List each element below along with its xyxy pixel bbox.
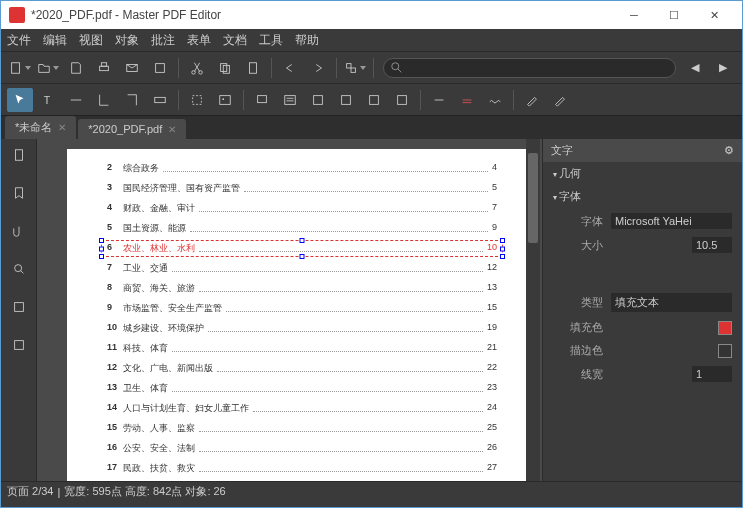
toc-number: 4 [107, 202, 123, 215]
toc-row[interactable]: 10城乡建设、环境保护19 [107, 322, 497, 335]
toc-number: 12 [107, 362, 123, 375]
print-button[interactable] [91, 56, 117, 80]
toc-row[interactable]: 11科技、体育21 [107, 342, 497, 355]
stamp-tool[interactable] [305, 88, 331, 112]
svg-rect-14 [155, 97, 166, 102]
toc-number: 8 [107, 282, 123, 295]
bookmarks-panel-button[interactable] [9, 183, 29, 203]
tab-unnamed[interactable]: *未命名✕ [5, 116, 76, 139]
svg-rect-19 [285, 95, 296, 104]
attach-tool[interactable] [361, 88, 387, 112]
pen-tool[interactable] [547, 88, 573, 112]
scan-button[interactable] [147, 56, 173, 80]
toc-page: 15 [487, 302, 497, 315]
menu-document[interactable]: 文档 [223, 32, 247, 49]
fill-color-swatch[interactable] [718, 321, 732, 335]
paste-button[interactable] [240, 56, 266, 80]
toc-row[interactable]: 14人口与计划生育、妇女儿童工作24 [107, 402, 497, 415]
menu-view[interactable]: 视图 [79, 32, 103, 49]
settings-icon[interactable]: ⚙ [724, 144, 734, 157]
toc-row[interactable]: 13卫生、体育23 [107, 382, 497, 395]
edit-tool[interactable] [63, 88, 89, 112]
sign-panel-button[interactable] [9, 335, 29, 355]
save-button[interactable] [63, 56, 89, 80]
cut-button[interactable] [184, 56, 210, 80]
menu-tools[interactable]: 工具 [259, 32, 283, 49]
svg-rect-21 [342, 95, 351, 104]
crop-tool[interactable] [184, 88, 210, 112]
measure-tool[interactable] [389, 88, 415, 112]
attachments-panel-button[interactable] [9, 221, 29, 241]
text-tool[interactable]: T [35, 88, 61, 112]
wavy-tool[interactable] [482, 88, 508, 112]
linewidth-value[interactable]: 1 [692, 366, 732, 382]
toolbar-main: ◀ ▶ [1, 51, 742, 83]
menu-file[interactable]: 文件 [7, 32, 31, 49]
section-font[interactable]: 字体 [543, 185, 742, 208]
image-tool[interactable] [212, 88, 238, 112]
size-value[interactable]: 10.5 [692, 237, 732, 253]
underline-tool[interactable] [426, 88, 452, 112]
search-input[interactable] [383, 58, 676, 78]
open-button[interactable] [35, 56, 61, 80]
document-view[interactable]: 2综合政务43国民经济管理、国有资产监管54财政、金融、审计75国土资源、能源9… [37, 139, 542, 481]
svg-point-25 [14, 265, 21, 272]
toc-row[interactable]: 8商贸、海关、旅游13 [107, 282, 497, 295]
toc-row[interactable]: 6农业、林业、水利10 [107, 242, 497, 255]
shape-tool[interactable] [333, 88, 359, 112]
toc-row[interactable]: 16公安、安全、法制26 [107, 442, 497, 455]
svg-rect-1 [100, 66, 109, 70]
tab-2020pdf[interactable]: *2020_PDF.pdf✕ [78, 119, 186, 139]
undo-button[interactable] [277, 56, 303, 80]
layers-panel-button[interactable] [9, 297, 29, 317]
toc-row[interactable]: 2综合政务4 [107, 162, 497, 175]
search-panel-button[interactable] [9, 259, 29, 279]
toc-row[interactable]: 9市场监管、安全生产监管15 [107, 302, 497, 315]
stroke-color-swatch[interactable] [718, 344, 732, 358]
zoom-button[interactable] [342, 56, 368, 80]
select-tool[interactable] [7, 88, 33, 112]
svg-rect-22 [370, 95, 379, 104]
strike-tool[interactable] [454, 88, 480, 112]
toc-row[interactable]: 12文化、广电、新闻出版22 [107, 362, 497, 375]
menu-object[interactable]: 对象 [115, 32, 139, 49]
note-tool[interactable] [249, 88, 275, 112]
type-value[interactable]: 填充文本 [611, 293, 732, 312]
scrollbar-thumb[interactable] [528, 153, 538, 243]
toc-number: 16 [107, 442, 123, 455]
toc-row[interactable]: 3国民经济管理、国有资产监管5 [107, 182, 497, 195]
font-value[interactable]: Microsoft YaHei [611, 213, 732, 229]
linewidth-label: 线宽 [553, 367, 603, 382]
copy-button[interactable] [212, 56, 238, 80]
window-title: *2020_PDF.pdf - Master PDF Editor [31, 8, 614, 22]
toc-page: 5 [492, 182, 497, 195]
email-button[interactable] [119, 56, 145, 80]
toc-row[interactable]: 17民政、扶贫、救灾27 [107, 462, 497, 475]
close-button[interactable]: ✕ [694, 1, 734, 29]
search-prev-button[interactable]: ◀ [682, 56, 708, 80]
form-tool[interactable] [147, 88, 173, 112]
menu-forms[interactable]: 表单 [187, 32, 211, 49]
highlight-tool[interactable] [277, 88, 303, 112]
maximize-button[interactable]: ☐ [654, 1, 694, 29]
toc-row[interactable]: 7工业、交通12 [107, 262, 497, 275]
close-icon[interactable]: ✕ [58, 122, 66, 133]
link-tool[interactable] [91, 88, 117, 112]
close-icon[interactable]: ✕ [168, 124, 176, 135]
toc-row[interactable]: 5国土资源、能源9 [107, 222, 497, 235]
properties-panel: 文字 ⚙ 几何 字体 字体Microsoft YaHei 大小10.5 类型填充… [542, 139, 742, 481]
menu-annotate[interactable]: 批注 [151, 32, 175, 49]
vertical-scrollbar[interactable] [526, 139, 540, 481]
search-next-button[interactable]: ▶ [710, 56, 736, 80]
pages-panel-button[interactable] [9, 145, 29, 165]
menu-help[interactable]: 帮助 [295, 32, 319, 49]
minimize-button[interactable]: ─ [614, 1, 654, 29]
menu-edit[interactable]: 编辑 [43, 32, 67, 49]
toc-row[interactable]: 15劳动、人事、监察25 [107, 422, 497, 435]
section-geometry[interactable]: 几何 [543, 162, 742, 185]
redo-button[interactable] [305, 56, 331, 80]
new-button[interactable] [7, 56, 33, 80]
anchor-tool[interactable] [119, 88, 145, 112]
pencil-tool[interactable] [519, 88, 545, 112]
toc-row[interactable]: 4财政、金融、审计7 [107, 202, 497, 215]
